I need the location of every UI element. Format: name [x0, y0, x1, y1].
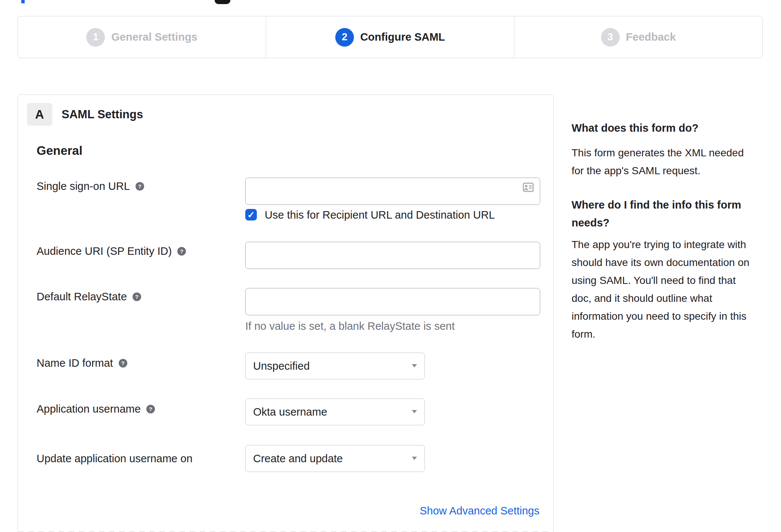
sso-url-help-icon[interactable]: ?: [136, 182, 144, 191]
saml-settings-panel: A SAML Settings General Single sign-on U…: [18, 94, 554, 532]
sidebar-heading-what: What does this form do?: [572, 119, 781, 137]
sidebar-paragraph-what: This form generates the XML needed for t…: [572, 144, 781, 180]
sidebar-heading-where: Where do I find the info this form needs…: [572, 196, 781, 232]
stepper-step-general-settings[interactable]: 1 General Settings: [18, 16, 266, 58]
stepper-step-feedback[interactable]: 3 Feedback: [514, 16, 762, 58]
audience-uri-label: Audience URI (SP Entity ID): [37, 245, 172, 257]
update-username-select[interactable]: Create and update: [245, 445, 425, 472]
name-id-format-label: Name ID format: [37, 357, 113, 369]
step-2-number-badge: 2: [335, 28, 354, 47]
relay-state-input[interactable]: [245, 288, 540, 315]
sso-url-input[interactable]: [245, 178, 540, 205]
name-id-format-select[interactable]: Unspecified: [245, 353, 425, 379]
help-sidebar: What does this form do? This form genera…: [572, 119, 781, 343]
contact-card-icon[interactable]: [523, 182, 534, 192]
update-username-label-row: Update application username on: [37, 452, 193, 465]
section-a-badge: A: [27, 103, 52, 126]
audience-uri-help-icon[interactable]: ?: [177, 247, 186, 256]
use-for-recipient-destination-checkbox[interactable]: ✓: [245, 209, 257, 220]
step-1-number-badge: 1: [86, 28, 105, 47]
audience-uri-input[interactable]: [245, 242, 540, 269]
relay-state-label: Default RelayState: [37, 291, 127, 303]
step-3-number-badge: 3: [601, 28, 620, 47]
use-for-recipient-destination-label: Use this for Recipient URL and Destinati…: [265, 209, 495, 221]
stepper-step-configure-saml[interactable]: 2 Configure SAML: [266, 16, 514, 58]
update-username-label: Update application username on: [37, 453, 193, 465]
update-username-value: Create and update: [253, 453, 343, 465]
step-3-label: Feedback: [626, 31, 676, 43]
application-username-value: Okta username: [253, 406, 327, 418]
page-top-cropped-dark-icon: [215, 0, 230, 4]
sso-url-label: Single sign-on URL: [37, 180, 130, 193]
audience-uri-label-row: Audience URI (SP Entity ID) ?: [37, 245, 186, 257]
step-1-label: General Settings: [111, 31, 197, 43]
sso-url-label-row: Single sign-on URL ?: [37, 180, 144, 193]
relay-state-help-icon[interactable]: ?: [133, 292, 141, 301]
application-username-label-row: Application username ?: [37, 403, 155, 415]
dropdown-caret-icon: [412, 410, 417, 413]
application-username-label: Application username: [37, 403, 141, 415]
panel-title: SAML Settings: [62, 107, 143, 122]
dropdown-caret-icon: [412, 364, 417, 367]
general-group-heading: General: [37, 143, 83, 158]
wizard-stepper: 1 General Settings 2 Configure SAML 3 Fe…: [18, 16, 763, 58]
sidebar-paragraph-where: The app you're trying to integrate with …: [572, 236, 781, 343]
page-top-cropped-blue-element: [21, 0, 25, 3]
application-username-help-icon[interactable]: ?: [146, 405, 155, 413]
name-id-format-label-row: Name ID format ?: [37, 357, 127, 369]
name-id-format-help-icon[interactable]: ?: [119, 359, 127, 367]
show-advanced-settings-link[interactable]: Show Advanced Settings: [420, 504, 539, 517]
step-2-label: Configure SAML: [360, 31, 445, 43]
dropdown-caret-icon: [412, 457, 417, 460]
application-username-select[interactable]: Okta username: [245, 398, 425, 425]
relay-state-hint: If no value is set, a blank RelayState i…: [245, 320, 455, 332]
relay-state-label-row: Default RelayState ?: [37, 290, 141, 303]
name-id-format-value: Unspecified: [253, 360, 310, 372]
